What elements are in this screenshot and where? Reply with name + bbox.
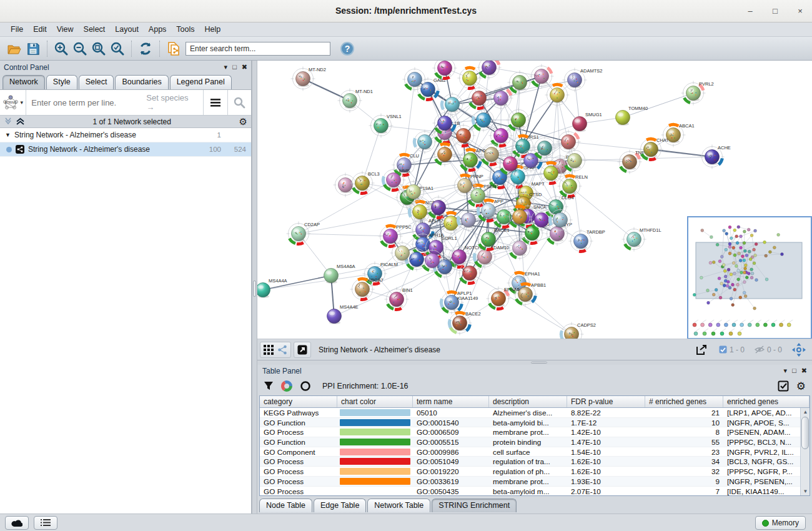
search-input[interactable] xyxy=(186,42,330,56)
collapse-all-icon[interactable] xyxy=(16,117,25,126)
network-from-clipboard-button[interactable] xyxy=(164,39,183,58)
table-row[interactable]: GO ProcessGO:0050435beta-amyloid m...2.0… xyxy=(260,487,810,496)
table-row[interactable]: GO FunctionGO:0001540beta-amyloid bi...1… xyxy=(260,418,810,428)
close-panel-icon[interactable]: ✖ xyxy=(801,367,807,374)
column-header-description[interactable]: description xyxy=(489,396,567,407)
table-row[interactable]: KEGG Pathways05010Alzheimer's dise...8.8… xyxy=(260,408,810,418)
float-panel-icon[interactable]: □ xyxy=(792,367,796,374)
collapse-caret-icon[interactable]: ▼ xyxy=(5,132,11,138)
string-options-button[interactable] xyxy=(203,90,227,115)
tab-style[interactable]: Style xyxy=(46,75,77,89)
network-edge[interactable] xyxy=(404,79,415,165)
column-header-term-name[interactable]: term name xyxy=(413,396,489,407)
string-query-input[interactable] xyxy=(26,98,146,107)
birds-eye-view[interactable] xyxy=(687,216,812,339)
share-network-icon[interactable] xyxy=(277,345,287,355)
splitter-grip[interactable] xyxy=(531,362,547,364)
maximize-button[interactable]: □ xyxy=(770,5,781,16)
chart-color-donut-icon[interactable] xyxy=(281,380,292,392)
network-canvas[interactable]: MT-ND2MT-ND1VSNL1CD2APMS4A4AMS4A6AMS4A4E… xyxy=(257,61,812,339)
tab-string-enrichment[interactable]: STRING Enrichment xyxy=(432,499,517,512)
table-settings-gear-icon[interactable]: ⚙ xyxy=(796,380,806,393)
vertical-splitter[interactable] xyxy=(252,61,257,514)
network-node-t2[interactable] xyxy=(477,61,502,80)
column-header-chart-color[interactable]: chart color xyxy=(337,396,413,407)
network-node-BACE2[interactable]: BACE2 xyxy=(448,311,481,335)
network-node-CD2AP[interactable]: CD2AP xyxy=(287,222,320,246)
menu-item-help[interactable]: Help xyxy=(201,23,225,36)
menu-item-apps[interactable]: Apps xyxy=(144,23,171,36)
network-node-PVRL2[interactable]: PVRL2 xyxy=(681,81,714,106)
scroll-down-arrow[interactable]: ▼ xyxy=(801,487,810,495)
network-options-gear-icon[interactable]: ⚙ xyxy=(239,116,247,127)
network-node-MT-ND1[interactable]: MT-ND1 xyxy=(338,89,373,113)
tab-network[interactable]: Network xyxy=(2,75,45,89)
detach-view-button[interactable] xyxy=(294,342,311,358)
memory-button[interactable]: Memory xyxy=(755,516,806,530)
network-node-MS4A4E[interactable]: MS4A4E xyxy=(327,304,359,324)
ring-chart-icon[interactable] xyxy=(300,380,311,392)
tab-boundaries[interactable]: Boundaries xyxy=(115,75,168,89)
table-row[interactable]: GO ProcessGO:0051049regulation of tra...… xyxy=(260,457,810,467)
open-file-button[interactable] xyxy=(5,39,24,58)
tab-node-table[interactable]: Node Table xyxy=(259,499,312,512)
network-node-f15[interactable] xyxy=(413,130,437,154)
menu-item-file[interactable]: File xyxy=(6,23,27,36)
grid-view-icon[interactable] xyxy=(264,345,274,355)
table-row[interactable]: GO ProcessGO:0019220regulation of ph...1… xyxy=(260,467,810,477)
scroll-up-arrow[interactable]: ▲ xyxy=(801,408,810,416)
menu-item-tools[interactable]: Tools xyxy=(172,23,199,36)
table-row[interactable]: GO ProcessGO:0006509membrane prot...1.42… xyxy=(260,427,810,437)
network-node-VSNL1[interactable]: VSNL1 xyxy=(369,114,402,138)
filter-icon[interactable] xyxy=(264,381,274,391)
float-panel-icon[interactable]: □ xyxy=(232,64,237,71)
menu-item-select[interactable]: Select xyxy=(79,23,110,36)
help-button[interactable]: ? xyxy=(338,39,357,58)
network-node-TARDBP[interactable]: TARDBP xyxy=(569,229,605,254)
zoom-fit-button[interactable] xyxy=(89,39,108,58)
tab-network-table[interactable]: Network Table xyxy=(367,499,430,512)
column-header-enriched-genes[interactable]: enriched genes xyxy=(723,396,810,407)
species-hint[interactable]: Set species → xyxy=(146,93,203,112)
scrollbar-thumb[interactable] xyxy=(801,417,809,449)
network-node-ABCA1[interactable]: ABCA1 xyxy=(661,123,695,147)
network-node-BIN1[interactable]: BIN1 xyxy=(385,287,413,312)
network-edge[interactable] xyxy=(303,79,350,101)
select-rows-icon[interactable] xyxy=(778,380,789,392)
pan-navigator-button[interactable] xyxy=(788,343,810,357)
zoom-out-button[interactable] xyxy=(71,39,89,58)
network-node-TNF[interactable]: TNF xyxy=(618,150,645,174)
horizontal-splitter[interactable] xyxy=(257,360,812,365)
network-node-ADAMTS2[interactable]: ADAMTS2 xyxy=(563,68,603,92)
network-node-TOMM40[interactable]: TOMM40 xyxy=(616,106,648,126)
network-node-EPHA5[interactable]: EPHA5 xyxy=(487,287,520,311)
column-header-category[interactable]: category xyxy=(260,396,337,407)
save-session-button[interactable] xyxy=(24,39,42,58)
splitter-grip[interactable] xyxy=(253,280,256,297)
refresh-button[interactable] xyxy=(136,39,155,58)
column-header-fdr-p-value[interactable]: FDR p-value xyxy=(567,396,645,407)
panel-menu-icon[interactable]: ▾ xyxy=(784,367,788,374)
string-search-button[interactable] xyxy=(227,90,252,115)
close-button[interactable]: × xyxy=(795,5,806,16)
network-node-CADPS2[interactable]: CADPS2 xyxy=(560,322,597,340)
network-tree-row[interactable]: String Network - Alzheimer's disease1005… xyxy=(0,142,251,157)
menu-item-edit[interactable]: Edit xyxy=(29,23,51,36)
column-header--enriched-genes[interactable]: # enriched genes xyxy=(645,396,723,407)
panel-menu-icon[interactable]: ▾ xyxy=(224,64,228,71)
automation-button[interactable] xyxy=(5,516,29,530)
network-edge[interactable] xyxy=(489,67,542,76)
network-edge[interactable] xyxy=(299,234,390,236)
network-node-bcl3b[interactable] xyxy=(334,173,358,197)
string-logo[interactable]: STRING ▾ xyxy=(0,90,26,115)
zoom-selected-button[interactable] xyxy=(108,39,127,58)
tab-select[interactable]: Select xyxy=(79,75,114,89)
close-panel-icon[interactable]: ✖ xyxy=(242,64,247,71)
tab-legend-panel[interactable]: Legend Panel xyxy=(170,75,232,89)
tab-edge-table[interactable]: Edge Table xyxy=(314,499,366,512)
expand-all-icon[interactable] xyxy=(4,117,13,126)
string-source-dropdown-icon[interactable]: ▾ xyxy=(20,99,23,106)
table-vertical-scrollbar[interactable]: ▲ ▼ xyxy=(800,408,810,495)
network-node-MS4A6A[interactable]: MS4A6A xyxy=(324,264,355,284)
task-history-button[interactable] xyxy=(34,516,57,530)
